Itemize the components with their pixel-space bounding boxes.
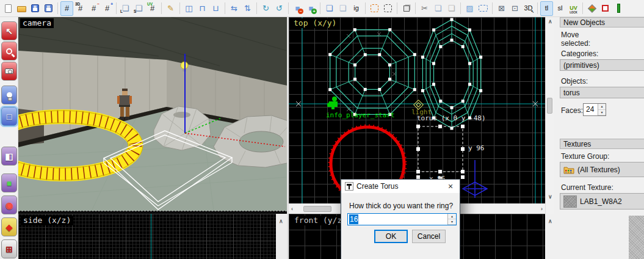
clipping-tool-icon: ◆ (6, 223, 13, 232)
input-selected-text: 16 (349, 214, 358, 224)
scroll-down-icon[interactable]: ∨ (548, 194, 552, 200)
ok-button[interactable]: OK (374, 230, 408, 243)
texture-lock-button[interactable] (368, 1, 381, 16)
select-3d-button[interactable]: 3D↖ (522, 1, 535, 16)
fill-texture-button[interactable]: ▨ (463, 1, 476, 16)
vertex-edit-button[interactable] (599, 1, 612, 16)
camera-3d-scene[interactable] (18, 17, 287, 211)
scale-lock-sl-button[interactable]: sl (554, 1, 566, 16)
block-tool-button[interactable]: □ (1, 107, 17, 126)
grid-3d-icon: # (78, 4, 82, 12)
texture-group-select[interactable]: (All Textures) (560, 162, 644, 177)
apply-texture-button[interactable] (585, 1, 598, 16)
export-file-button[interactable] (42, 1, 55, 16)
texture-lock-icon (371, 4, 378, 12)
load-window-state-button[interactable]: ❏L (119, 1, 132, 16)
select-inside-button[interactable]: ⊡ (508, 1, 521, 16)
flip-horizontal-button[interactable]: ⇆ (228, 1, 241, 16)
uv-grid-toggle-button[interactable]: #UV (146, 1, 159, 16)
side-viewport[interactable]: side (x/z) (18, 214, 276, 259)
close-icon[interactable]: × (441, 180, 460, 193)
top-viewport[interactable]: top (x/y) info_player_start light torus … (289, 17, 545, 203)
carve-button[interactable]: ■− (291, 1, 304, 16)
texture-application-tool-button[interactable]: ◧ (1, 147, 17, 166)
blue-entity-marker[interactable] (463, 160, 487, 198)
larger-grid-button[interactable]: #+ (101, 1, 114, 16)
select-touching-button[interactable]: ⊠ (495, 1, 508, 16)
paste-button[interactable]: ❏ (445, 1, 458, 16)
group-button[interactable]: ❏ (323, 1, 336, 16)
magnify-tool-button[interactable] (1, 42, 17, 60)
new-file-button[interactable] (2, 1, 15, 16)
clip-mode-button[interactable] (612, 1, 625, 16)
scroll-up-icon[interactable]: ∧ (279, 219, 283, 224)
snap-to-grid-button[interactable]: # (60, 1, 73, 16)
side-viewport-scrollbar[interactable]: ∧ (276, 214, 287, 259)
vertex-tool-button[interactable]: ⊞ (1, 239, 17, 258)
rotate-clockwise-button[interactable]: ↻ (259, 1, 272, 16)
hscroll-thumb[interactable] (303, 206, 331, 212)
toolbar-separator (397, 2, 397, 14)
rotate-counterclockwise-button[interactable]: ↺ (273, 1, 286, 16)
selection-tool-button[interactable]: ↖ (1, 21, 17, 40)
make-hollow-button[interactable]: ■+ (305, 1, 317, 16)
selection-bounds[interactable] (416, 125, 465, 180)
hollow-cube-button[interactable] (400, 1, 413, 16)
selection-marquee-button[interactable] (477, 1, 490, 16)
camera-tool-button[interactable] (1, 62, 17, 81)
apply-decals-tool-icon: ◉ (5, 201, 13, 210)
copy-button[interactable]: ❏ (432, 1, 444, 16)
entity-tool-button[interactable] (1, 86, 17, 104)
grid-3d-button[interactable]: #3D (74, 1, 87, 16)
new-objects-header[interactable]: New Objects (560, 17, 644, 27)
toolbar-separator (256, 2, 257, 14)
texture-application-tool-icon: ◧ (5, 152, 13, 161)
objects-select[interactable]: torus (560, 87, 644, 98)
align-top-button[interactable]: ⊓ (196, 1, 209, 16)
spin-up-icon[interactable]: ▴ (448, 214, 456, 219)
camera-viewport[interactable]: camera (18, 17, 287, 211)
save-window-state-button[interactable]: ❏S (132, 1, 145, 16)
spin-up-icon[interactable]: ▴ (598, 104, 606, 110)
selection-tool-icon: ↖ (5, 27, 13, 35)
cancel-button[interactable]: Cancel (412, 230, 446, 243)
snap-to-grid-icon: # (65, 4, 69, 12)
toolbar-separator (225, 2, 225, 14)
cut-button[interactable]: ✂ (418, 1, 431, 16)
spin-down-icon[interactable]: ▾ (448, 219, 456, 225)
texture-scale-lock-button[interactable] (382, 1, 394, 16)
save-file-button[interactable] (29, 1, 42, 16)
torus-wireframe-octagon[interactable] (328, 28, 416, 116)
uv-lock-button[interactable]: UVLOCK (567, 1, 580, 16)
apply-decals-tool-button[interactable]: ◉ (1, 195, 17, 214)
y-dimension-label: y 96 (468, 145, 485, 151)
align-top-icon: ⊓ (199, 4, 205, 12)
smaller-grid-badge: − (97, 2, 99, 7)
scroll-up-icon[interactable]: ∧ (548, 219, 552, 224)
smaller-grid-button[interactable]: #− (87, 1, 100, 16)
ring-thickness-input[interactable]: 16 ▴ ▾ (347, 213, 457, 225)
open-file-button[interactable] (15, 1, 28, 16)
textures-header[interactable]: Textures (560, 139, 644, 149)
top-viewport-vscrollbar[interactable]: ∧ ∨ (545, 17, 554, 214)
spin-down-icon[interactable]: ▾ (598, 110, 606, 116)
align-bottom-icon: ⊔ (212, 4, 219, 12)
align-bottom-button[interactable]: ⊔ (209, 1, 222, 16)
faces-spinner[interactable]: 24 ▴ ▾ (583, 103, 606, 116)
ignore-groups-button[interactable]: ig (350, 1, 363, 16)
ungroup-button[interactable]: ❏ (336, 1, 349, 16)
player-start-entity[interactable] (327, 97, 338, 109)
categories-select[interactable]: (primitives) (560, 59, 644, 71)
flip-vertical-button[interactable]: ⇅ (241, 1, 254, 16)
current-texture-select[interactable]: LAB1_W8A2 (560, 193, 644, 210)
dialog-titlebar[interactable]: Create Torus × (341, 180, 460, 193)
align-left-button[interactable]: ◫ (183, 1, 195, 16)
scroll-left-icon[interactable]: ‹ (291, 206, 293, 212)
vscroll-thumb[interactable] (547, 98, 552, 114)
apply-current-texture-tool-button[interactable]: ■ (1, 173, 17, 192)
clipping-tool-button[interactable]: ◆ (1, 217, 17, 236)
scroll-right-icon[interactable]: › (541, 206, 543, 212)
scroll-up-icon[interactable]: ∧ (548, 19, 552, 24)
edit-pencil-button[interactable]: ✎ (164, 1, 177, 16)
texture-lock-tl-button[interactable]: tl (540, 1, 553, 16)
